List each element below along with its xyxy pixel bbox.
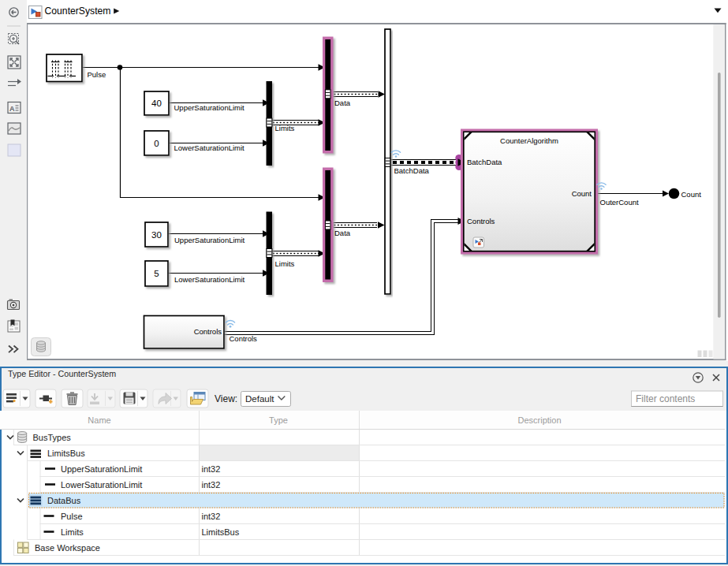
- svg-text:Limits: Limits: [61, 527, 84, 537]
- svg-text:Data: Data: [334, 99, 351, 107]
- svg-text:int32: int32: [202, 480, 221, 490]
- svg-text:LimitsBus: LimitsBus: [202, 527, 240, 537]
- svg-text:BusTypes: BusTypes: [33, 433, 72, 442]
- svg-text:30: 30: [151, 230, 162, 240]
- svg-text:Description: Description: [517, 415, 561, 425]
- svg-text:CounterAlgorithm: CounterAlgorithm: [500, 136, 558, 145]
- svg-text:LowerSaturationLimit: LowerSaturationLimit: [174, 275, 245, 284]
- svg-text:LimitsBus: LimitsBus: [47, 449, 85, 458]
- svg-text:DataBus: DataBus: [47, 496, 81, 505]
- svg-text:Name: Name: [88, 415, 110, 425]
- svg-text:Controls: Controls: [467, 217, 495, 225]
- svg-text:LowerSaturationLimit: LowerSaturationLimit: [61, 480, 142, 490]
- svg-text:Filter contents: Filter contents: [636, 393, 695, 404]
- svg-text:BatchData: BatchData: [467, 158, 502, 166]
- svg-text:UpperSaturationLimit: UpperSaturationLimit: [174, 103, 245, 112]
- svg-text:A: A: [9, 105, 15, 113]
- svg-text:int32: int32: [202, 512, 221, 521]
- svg-text:LowerSaturationLimit: LowerSaturationLimit: [174, 143, 245, 152]
- svg-text:int32: int32: [202, 464, 221, 474]
- svg-text:Data: Data: [334, 229, 351, 237]
- svg-text:View:: View:: [215, 393, 237, 404]
- svg-text:Base Workspace: Base Workspace: [35, 543, 100, 553]
- svg-text:Pulse: Pulse: [88, 70, 106, 79]
- svg-text:Controls: Controls: [194, 327, 222, 336]
- svg-text:UpperSaturationLimit: UpperSaturationLimit: [174, 236, 245, 244]
- svg-text:Default: Default: [245, 394, 274, 404]
- svg-text:UpperSaturationLimit: UpperSaturationLimit: [61, 464, 142, 474]
- svg-text:5: 5: [154, 269, 159, 278]
- svg-text:Count: Count: [681, 190, 702, 199]
- svg-text:40: 40: [151, 99, 162, 108]
- svg-text:Controls: Controls: [230, 334, 258, 343]
- svg-text:0: 0: [154, 139, 159, 148]
- svg-text:BatchData: BatchData: [394, 166, 430, 175]
- svg-text:OuterCount: OuterCount: [600, 198, 639, 207]
- svg-text:Limits: Limits: [275, 259, 295, 268]
- svg-text:Count: Count: [572, 189, 592, 198]
- svg-text:Limits: Limits: [275, 124, 295, 132]
- svg-text:Type: Type: [269, 415, 288, 425]
- svg-text:Pulse: Pulse: [61, 512, 83, 521]
- svg-text:CounterSystem: CounterSystem: [45, 6, 111, 17]
